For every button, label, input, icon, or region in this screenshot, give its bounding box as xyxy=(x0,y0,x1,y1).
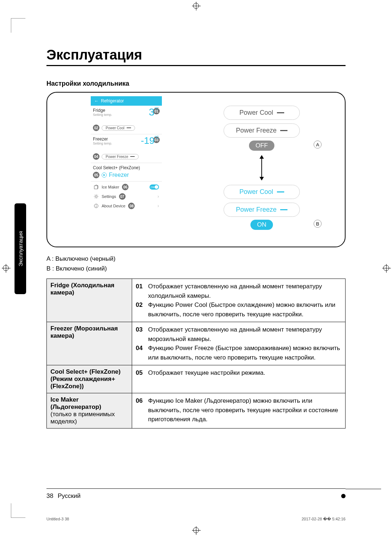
info-icon xyxy=(94,203,99,208)
row-fridge-01: Отображает установленную на данный момен… xyxy=(148,282,342,300)
minus-icon xyxy=(277,112,284,113)
num-02: 02 xyxy=(136,300,146,319)
ice-maker-row[interactable]: Ice Maker 06 ON xyxy=(93,182,160,192)
row-coolselect-name: Cool Select+ (FlexZone) (Режим охлаждени… xyxy=(47,365,132,393)
freezer-section: Freezer Setting temp. 03 -19°C 04 Power … xyxy=(91,134,162,163)
imprint: Untitled-3 38 2017-02-28 �� 5:42:16 xyxy=(46,517,346,521)
letter-a-badge: A xyxy=(314,141,322,149)
legend-a: A : Выключено (черный) xyxy=(46,254,346,264)
description-table: Fridge (Холодильная камера) 01Отображает… xyxy=(46,279,346,429)
side-tab-label: Эксплуатация xyxy=(17,231,24,266)
page-language: Русский xyxy=(58,492,81,500)
footer-rule-extension xyxy=(346,489,381,489)
row-icemaker-06: Функцию Ice Maker (Льдогенератор) можно … xyxy=(148,396,342,424)
fridge-temp: 3°C xyxy=(149,106,159,118)
svg-point-4 xyxy=(96,204,96,205)
power-freeze-off-pill: Power Freeze xyxy=(224,123,300,138)
row-fridge-name: Fridge (Холодильная камера) xyxy=(47,279,132,322)
minus-icon xyxy=(280,209,287,210)
power-cool-off-pill: Power Cool xyxy=(224,106,300,120)
fridge-section: Fridge Setting temp. 01 3°C 02 Power Coo… xyxy=(91,106,162,134)
footer-dot-icon xyxy=(341,494,346,498)
badge-04: 04 xyxy=(93,153,99,160)
page-number: 38 xyxy=(46,492,53,500)
phone-screenshot: ← Refrigerator Fridge Setting temp. 01 3… xyxy=(91,96,162,211)
appbar-title: Refrigerator xyxy=(101,98,124,103)
table-row: Ice Maker (Льдогенератор) (только в прим… xyxy=(47,393,346,429)
page-footer: 38 Русский xyxy=(46,488,346,500)
imprint-left: Untitled-3 38 xyxy=(46,517,69,521)
crop-mark-icon xyxy=(11,18,25,33)
double-arrow-icon xyxy=(261,158,262,178)
side-tab: Эксплуатация xyxy=(15,203,26,294)
svg-point-1 xyxy=(95,195,97,197)
minus-icon xyxy=(127,127,131,128)
appbar: ← Refrigerator xyxy=(91,96,162,106)
fridge-label: Fridge xyxy=(93,108,112,113)
off-badge: OFF xyxy=(249,141,274,151)
chevron-right-icon: › xyxy=(158,194,159,199)
row-freezer-name: Freezer (Морозильная камера) xyxy=(47,322,132,365)
badge-06: 06 xyxy=(122,184,128,190)
num-05: 05 xyxy=(136,368,146,378)
minus-icon xyxy=(277,191,284,192)
svg-rect-0 xyxy=(94,186,98,189)
page-title: Эксплуатация xyxy=(46,47,346,66)
fridge-subtext: Setting temp. xyxy=(93,113,112,117)
coolselect-mode[interactable]: 05 Freezer xyxy=(93,172,160,178)
power-cool-on-pill: Power Cool xyxy=(224,185,300,199)
row-freezer-03: Отображает установленную на данный момен… xyxy=(148,325,342,344)
crop-mark-icon xyxy=(11,503,25,518)
badge-08: 08 xyxy=(128,203,135,209)
table-row: Freezer (Морозильная камера) 03Отображае… xyxy=(47,322,346,365)
registration-mark-icon xyxy=(383,265,389,271)
table-row: Fridge (Холодильная камера) 01Отображает… xyxy=(47,279,346,322)
num-06: 06 xyxy=(136,396,146,424)
num-03: 03 xyxy=(136,325,146,344)
figure-box: ← Refrigerator Fridge Setting temp. 01 3… xyxy=(46,92,346,247)
ice-icon xyxy=(94,184,99,190)
registration-mark-icon xyxy=(3,265,9,271)
chevron-right-icon: › xyxy=(158,203,159,208)
on-badge: ON xyxy=(250,220,273,230)
section-subtitle: Настройки холодильника xyxy=(46,80,346,88)
imprint-right: 2017-02-28 �� 5:42:16 xyxy=(302,517,346,521)
coolselect-section: Cool Select+ (FlexZone) 05 Freezer xyxy=(91,163,162,182)
row-icemaker-name: Ice Maker (Льдогенератор) (только в прим… xyxy=(47,393,132,429)
row-freezer-04: Функцию Power Freeze (Быстрое заморажива… xyxy=(148,344,342,362)
row-coolselect-05: Отображает текущие настройки режима. xyxy=(148,368,265,378)
menu-section: Ice Maker 06 ON Settings 07 › About Devi… xyxy=(91,182,162,211)
freezer-temp: -19°C xyxy=(141,135,159,146)
badge-02: 02 xyxy=(93,125,99,131)
gear-icon xyxy=(94,194,99,199)
about-row[interactable]: About Device 08 › xyxy=(93,201,160,211)
power-cool-pill[interactable]: Power Cool xyxy=(102,125,135,131)
ice-toggle[interactable]: ON xyxy=(150,184,159,190)
minus-icon xyxy=(130,156,135,157)
freezer-label: Freezer xyxy=(93,137,112,142)
table-row: Cool Select+ (FlexZone) (Режим охлаждени… xyxy=(47,365,346,393)
registration-mark-icon xyxy=(193,3,199,9)
registration-mark-icon xyxy=(193,527,199,533)
play-icon xyxy=(102,172,107,178)
power-freeze-pill[interactable]: Power Freeze xyxy=(102,154,139,159)
minus-icon xyxy=(280,130,287,131)
badge-05: 05 xyxy=(93,172,99,178)
legend-b: B : Включено (синий) xyxy=(46,264,346,273)
letter-b-badge: B xyxy=(314,220,322,228)
back-icon[interactable]: ← xyxy=(94,98,99,103)
power-freeze-on-pill: Power Freeze xyxy=(224,203,300,217)
state-diagram: Power Cool Power Freeze OFF A Power Cool… xyxy=(191,96,332,230)
settings-row[interactable]: Settings 07 › xyxy=(93,192,160,201)
legend: A : Выключено (черный) B : Включено (син… xyxy=(46,254,346,273)
badge-07: 07 xyxy=(119,193,126,200)
num-04: 04 xyxy=(136,344,146,362)
row-fridge-02: Функцию Power Cool (Быстрое охлаждение) … xyxy=(148,300,342,319)
freezer-subtext: Setting temp. xyxy=(93,142,112,145)
num-01: 01 xyxy=(136,282,146,300)
coolselect-label: Cool Select+ (FlexZone) xyxy=(93,165,160,170)
